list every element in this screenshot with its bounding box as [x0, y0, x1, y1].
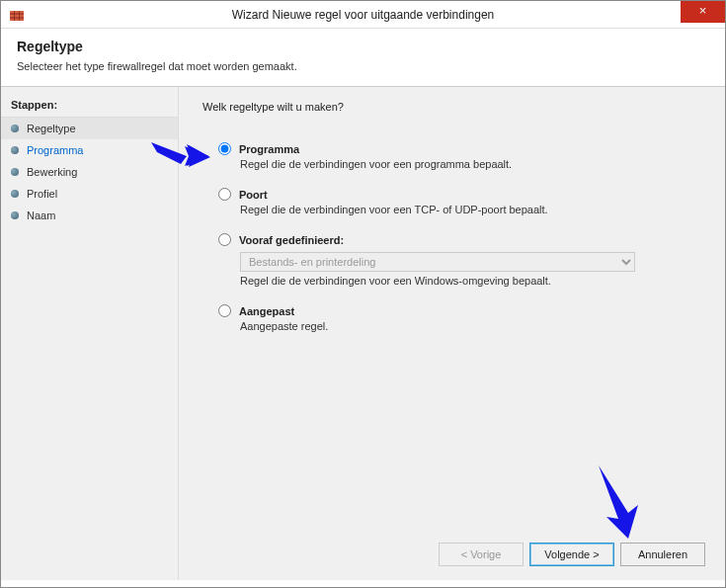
option-poort: Poort Regel die de verbindingen voor een…	[218, 188, 705, 215]
svg-rect-5	[19, 11, 20, 21]
steps-sidebar: Stappen: Regeltype Programma Bewerking P…	[1, 87, 179, 580]
window-title: Wizard Nieuwe regel voor uitgaande verbi…	[1, 8, 725, 22]
steps-title: Stappen:	[1, 95, 178, 118]
radio-vooraf[interactable]	[218, 233, 231, 246]
option-label[interactable]: Programma	[239, 143, 299, 155]
bullet-icon	[11, 125, 19, 132]
cancel-button[interactable]: Annuleren	[620, 543, 705, 566]
bullet-icon	[11, 190, 19, 198]
svg-rect-2	[10, 15, 24, 17]
step-bewerking[interactable]: Bewerking	[1, 161, 178, 183]
option-label[interactable]: Aangepast	[239, 305, 294, 317]
wizard-header: Regeltype Selecteer het type firewallreg…	[1, 29, 725, 87]
bullet-icon	[11, 168, 19, 176]
bullet-icon	[11, 211, 19, 219]
step-label: Programma	[27, 144, 83, 156]
step-regeltype[interactable]: Regeltype	[1, 118, 178, 139]
titlebar: Wizard Nieuwe regel voor uitgaande verbi…	[1, 1, 725, 29]
page-subtitle: Selecteer het type firewallregel dat moe…	[17, 60, 709, 72]
svg-rect-1	[10, 11, 24, 13]
firewall-icon	[9, 7, 25, 23]
svg-rect-4	[14, 11, 15, 21]
wizard-content: Stappen: Regeltype Programma Bewerking P…	[1, 87, 725, 580]
annotation-arrow-icon	[589, 462, 648, 541]
radio-aangepast[interactable]	[218, 304, 231, 317]
option-aangepast: Aangepast Aangepaste regel.	[218, 304, 705, 332]
step-programma[interactable]: Programma	[1, 139, 178, 161]
step-label: Regeltype	[27, 123, 76, 134]
option-vooraf-gedefinieerd: Vooraf gedefinieerd: Bestands- en printe…	[218, 233, 705, 287]
back-button: < Vorige	[439, 543, 524, 566]
next-button[interactable]: Volgende >	[529, 543, 614, 566]
option-desc: Aangepaste regel.	[240, 320, 705, 332]
svg-rect-3	[10, 19, 24, 21]
step-label: Bewerking	[27, 166, 77, 178]
option-programma: Programma Regel die de verbindingen voor…	[218, 142, 705, 170]
step-profiel[interactable]: Profiel	[1, 183, 178, 205]
option-desc: Regel die de verbindingen voor een Windo…	[240, 275, 705, 287]
predefined-select: Bestands- en printerdeling	[240, 252, 635, 272]
main-panel: Welk regeltype wilt u maken? Programma R…	[179, 87, 725, 580]
option-desc: Regel die de verbindingen voor een progr…	[240, 158, 705, 170]
radio-programma[interactable]	[218, 142, 231, 155]
button-row: < Vorige Volgende > Annuleren	[439, 543, 705, 566]
option-label[interactable]: Vooraf gedefinieerd:	[239, 234, 344, 246]
option-desc: Regel die de verbindingen voor een TCP- …	[240, 204, 705, 215]
close-button[interactable]: ×	[681, 1, 725, 23]
options-group: Programma Regel die de verbindingen voor…	[218, 142, 705, 350]
page-heading: Regeltype	[17, 39, 709, 54]
question-text: Welk regeltype wilt u maken?	[202, 101, 705, 113]
step-naam[interactable]: Naam	[1, 205, 178, 226]
option-label[interactable]: Poort	[239, 189, 268, 201]
step-label: Profiel	[27, 188, 57, 200]
bullet-icon	[11, 146, 19, 154]
step-label: Naam	[27, 210, 55, 221]
radio-poort[interactable]	[218, 188, 231, 201]
